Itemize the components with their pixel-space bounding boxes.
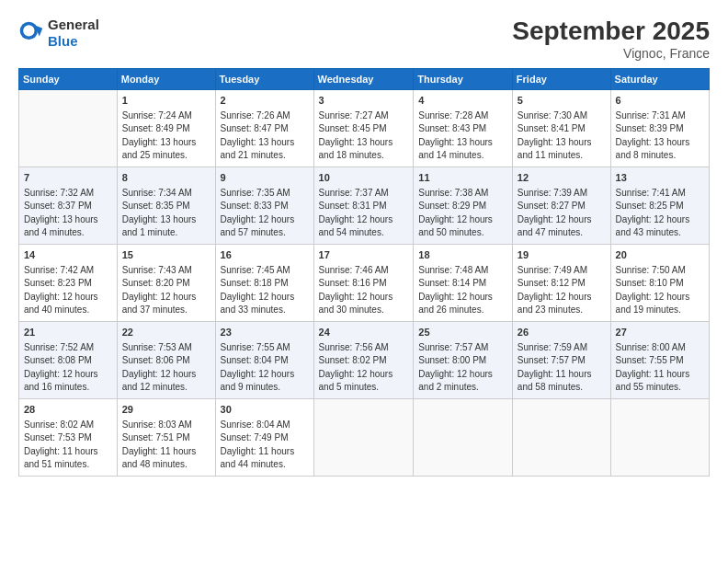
table-row	[414, 398, 513, 476]
table-row: 10Sunrise: 7:37 AM Sunset: 8:31 PM Dayli…	[313, 167, 414, 244]
table-row	[512, 398, 610, 476]
day-number: 18	[418, 248, 507, 263]
table-row: 11Sunrise: 7:38 AM Sunset: 8:29 PM Dayli…	[414, 167, 513, 244]
day-number: 23	[221, 326, 309, 340]
header-friday: Friday	[512, 69, 610, 90]
day-info: Sunrise: 7:55 AM Sunset: 8:04 PM Dayligh…	[221, 341, 309, 395]
title-block: September 2025 Vignoc, France	[512, 17, 710, 61]
table-row: 6Sunrise: 7:31 AM Sunset: 8:39 PM Daylig…	[610, 90, 709, 167]
day-info: Sunrise: 7:41 AM Sunset: 8:25 PM Dayligh…	[616, 187, 704, 240]
table-row: 18Sunrise: 7:48 AM Sunset: 8:14 PM Dayli…	[414, 244, 513, 321]
day-info: Sunrise: 7:32 AM Sunset: 8:37 PM Dayligh…	[24, 187, 112, 240]
day-number: 12	[518, 171, 606, 186]
day-number: 4	[418, 94, 507, 109]
day-number: 6	[616, 94, 704, 109]
table-row: 1Sunrise: 7:24 AM Sunset: 8:49 PM Daylig…	[117, 90, 215, 167]
day-info: Sunrise: 7:39 AM Sunset: 8:27 PM Dayligh…	[518, 187, 606, 240]
day-number: 29	[122, 403, 210, 418]
day-info: Sunrise: 7:26 AM Sunset: 8:47 PM Dayligh…	[221, 109, 309, 163]
table-row: 9Sunrise: 7:35 AM Sunset: 8:33 PM Daylig…	[215, 167, 313, 244]
table-row: 16Sunrise: 7:45 AM Sunset: 8:18 PM Dayli…	[215, 244, 313, 321]
day-number: 28	[24, 403, 112, 418]
table-row: 13Sunrise: 7:41 AM Sunset: 8:25 PM Dayli…	[610, 167, 709, 244]
table-row: 7Sunrise: 7:32 AM Sunset: 8:37 PM Daylig…	[19, 167, 118, 244]
logo-icon	[18, 20, 44, 46]
svg-point-1	[23, 25, 34, 36]
header-sunday: Sunday	[19, 69, 118, 90]
day-number: 20	[616, 248, 704, 263]
day-number: 11	[418, 171, 507, 186]
day-info: Sunrise: 7:24 AM Sunset: 8:49 PM Dayligh…	[122, 109, 210, 163]
day-info: Sunrise: 7:37 AM Sunset: 8:31 PM Dayligh…	[319, 187, 409, 240]
day-info: Sunrise: 7:38 AM Sunset: 8:29 PM Dayligh…	[418, 187, 507, 240]
day-number: 13	[616, 171, 704, 186]
day-info: Sunrise: 7:45 AM Sunset: 8:18 PM Dayligh…	[221, 264, 309, 317]
logo-general: General	[48, 17, 99, 32]
day-info: Sunrise: 7:46 AM Sunset: 8:16 PM Dayligh…	[319, 264, 409, 317]
table-row: 29Sunrise: 8:03 AM Sunset: 7:51 PM Dayli…	[117, 398, 215, 476]
table-row: 22Sunrise: 7:53 AM Sunset: 8:06 PM Dayli…	[117, 321, 215, 398]
table-row: 5Sunrise: 7:30 AM Sunset: 8:41 PM Daylig…	[512, 90, 610, 167]
day-info: Sunrise: 7:35 AM Sunset: 8:33 PM Dayligh…	[221, 187, 309, 240]
day-info: Sunrise: 7:56 AM Sunset: 8:02 PM Dayligh…	[319, 341, 409, 395]
day-number: 22	[122, 326, 210, 340]
day-number: 25	[418, 326, 507, 340]
header-thursday: Thursday	[414, 69, 513, 90]
day-info: Sunrise: 8:03 AM Sunset: 7:51 PM Dayligh…	[122, 419, 210, 472]
table-row: 23Sunrise: 7:55 AM Sunset: 8:04 PM Dayli…	[215, 321, 313, 398]
table-row: 8Sunrise: 7:34 AM Sunset: 8:35 PM Daylig…	[117, 167, 215, 244]
day-number: 10	[319, 171, 409, 186]
day-number: 30	[221, 403, 309, 418]
table-row: 12Sunrise: 7:39 AM Sunset: 8:27 PM Dayli…	[512, 167, 610, 244]
table-row: 4Sunrise: 7:28 AM Sunset: 8:43 PM Daylig…	[414, 90, 513, 167]
day-number: 3	[319, 94, 409, 109]
day-info: Sunrise: 7:43 AM Sunset: 8:20 PM Dayligh…	[122, 264, 210, 317]
day-info: Sunrise: 7:53 AM Sunset: 8:06 PM Dayligh…	[122, 341, 210, 395]
table-row: 15Sunrise: 7:43 AM Sunset: 8:20 PM Dayli…	[117, 244, 215, 321]
table-row: 19Sunrise: 7:49 AM Sunset: 8:12 PM Dayli…	[512, 244, 610, 321]
day-info: Sunrise: 8:02 AM Sunset: 7:53 PM Dayligh…	[24, 419, 112, 472]
table-row: 14Sunrise: 7:42 AM Sunset: 8:23 PM Dayli…	[19, 244, 118, 321]
table-row: 2Sunrise: 7:26 AM Sunset: 8:47 PM Daylig…	[215, 90, 313, 167]
day-number: 17	[319, 248, 409, 263]
calendar: Sunday Monday Tuesday Wednesday Thursday…	[18, 68, 710, 477]
header: General Blue September 2025 Vignoc, Fran…	[18, 17, 710, 61]
day-info: Sunrise: 7:31 AM Sunset: 8:39 PM Dayligh…	[616, 109, 704, 163]
day-number: 27	[616, 326, 704, 340]
table-row: 30Sunrise: 8:04 AM Sunset: 7:49 PM Dayli…	[215, 398, 313, 476]
day-number: 7	[24, 171, 112, 186]
table-row: 20Sunrise: 7:50 AM Sunset: 8:10 PM Dayli…	[610, 244, 709, 321]
day-info: Sunrise: 7:50 AM Sunset: 8:10 PM Dayligh…	[616, 264, 704, 317]
header-monday: Monday	[117, 69, 215, 90]
location: Vignoc, France	[512, 46, 710, 61]
day-number: 8	[122, 171, 210, 186]
day-info: Sunrise: 7:48 AM Sunset: 8:14 PM Dayligh…	[418, 264, 507, 317]
day-info: Sunrise: 7:49 AM Sunset: 8:12 PM Dayligh…	[518, 264, 606, 317]
day-info: Sunrise: 7:27 AM Sunset: 8:45 PM Dayligh…	[319, 109, 409, 163]
table-row: 17Sunrise: 7:46 AM Sunset: 8:16 PM Dayli…	[313, 244, 414, 321]
table-row: 27Sunrise: 8:00 AM Sunset: 7:55 PM Dayli…	[610, 321, 709, 398]
day-info: Sunrise: 7:59 AM Sunset: 7:57 PM Dayligh…	[518, 341, 606, 395]
day-info: Sunrise: 8:00 AM Sunset: 7:55 PM Dayligh…	[616, 341, 704, 395]
table-row	[610, 398, 709, 476]
table-row	[313, 398, 414, 476]
day-number: 14	[24, 248, 112, 263]
day-number: 2	[221, 94, 309, 109]
page: General Blue September 2025 Vignoc, Fran…	[0, 0, 728, 563]
day-number: 9	[221, 171, 309, 186]
table-row: 26Sunrise: 7:59 AM Sunset: 7:57 PM Dayli…	[512, 321, 610, 398]
logo: General Blue	[18, 17, 99, 50]
header-tuesday: Tuesday	[215, 69, 313, 90]
header-row: Sunday Monday Tuesday Wednesday Thursday…	[19, 69, 710, 90]
table-row: 24Sunrise: 7:56 AM Sunset: 8:02 PM Dayli…	[313, 321, 414, 398]
logo-blue: Blue	[48, 33, 78, 49]
day-number: 24	[319, 326, 409, 340]
day-info: Sunrise: 7:28 AM Sunset: 8:43 PM Dayligh…	[418, 109, 507, 163]
day-number: 5	[518, 94, 606, 109]
table-row	[19, 90, 118, 167]
day-number: 26	[518, 326, 606, 340]
day-number: 1	[122, 94, 210, 109]
day-number: 19	[518, 248, 606, 263]
day-info: Sunrise: 7:30 AM Sunset: 8:41 PM Dayligh…	[518, 109, 606, 163]
day-number: 16	[221, 248, 309, 263]
